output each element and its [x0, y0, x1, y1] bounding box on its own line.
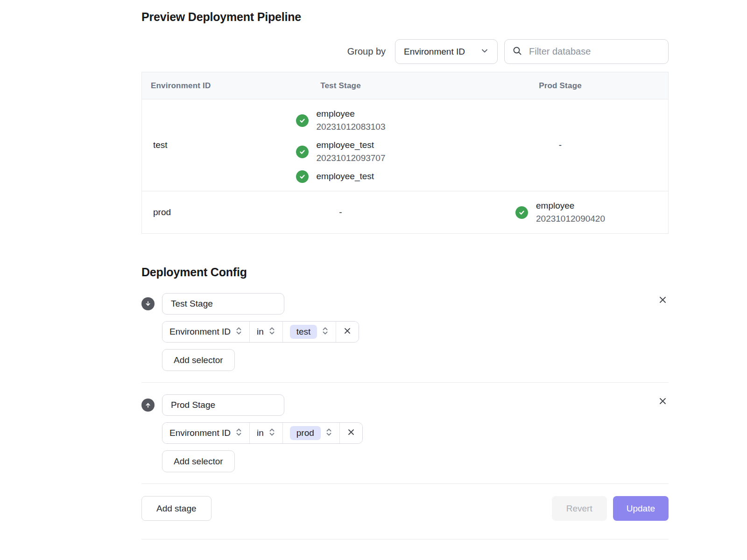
footer-actions: Add stage Revert Update [141, 496, 669, 521]
chevron-down-icon [480, 47, 489, 57]
selector-segmented-control: Environment ID in test [162, 321, 359, 343]
filter-database-input[interactable] [528, 46, 661, 57]
close-icon [343, 327, 352, 337]
pipeline-toolbar: Group by Environment ID [141, 39, 669, 64]
stage-body: Environment ID in prod [162, 394, 363, 472]
deployment-item-text: employee 20231012090420 [536, 199, 605, 225]
deployment-item: employee_test 20231012093707 [296, 139, 386, 165]
add-selector-button[interactable]: Add selector [162, 450, 235, 472]
close-icon [658, 295, 668, 306]
deployment-timestamp: 20231012090420 [536, 212, 605, 225]
stage-name-input[interactable] [162, 293, 284, 315]
prod-stage-cell-empty: - [452, 140, 668, 150]
deployment-item: employee 20231012083103 [296, 107, 386, 133]
table-row-prod: prod - employee 20231012090420 [142, 191, 668, 233]
filter-database-field [504, 39, 669, 64]
revert-button[interactable]: Revert [552, 496, 607, 521]
selector-value-dropdown[interactable]: test [282, 322, 336, 342]
stage-block-prod: Environment ID in prod [141, 394, 669, 472]
add-stage-button[interactable]: Add stage [141, 496, 211, 521]
unfold-chevrons-icon [268, 427, 275, 439]
environment-id-cell: prod [142, 207, 229, 217]
environment-id-cell: test [142, 140, 229, 150]
deployment-item-text: employee_test 20231012093707 [317, 139, 386, 165]
selector-segmented-control: Environment ID in prod [162, 422, 363, 444]
remove-selector-button[interactable] [339, 423, 362, 443]
main-content: Preview Deployment Pipeline Group by Env… [141, 0, 669, 539]
selector-key-dropdown[interactable]: Environment ID [162, 423, 249, 443]
update-button[interactable]: Update [613, 496, 669, 521]
selector-key-dropdown[interactable]: Environment ID [162, 322, 249, 342]
footer-divider [141, 483, 669, 484]
selector-value-dropdown[interactable]: prod [282, 423, 339, 443]
database-name: employee [317, 107, 386, 120]
stage-name-input[interactable] [162, 394, 284, 416]
deployment-config-title: Deployment Config [141, 266, 669, 279]
prod-stage-cell: employee 20231012090420 [452, 199, 668, 225]
selector-operator-value: in [257, 327, 264, 337]
remove-selector-button[interactable] [336, 322, 359, 342]
success-check-icon [515, 206, 528, 219]
database-name: employee_test [317, 139, 386, 152]
success-check-icon [296, 146, 309, 158]
unfold-chevrons-icon [325, 427, 332, 439]
selector-key-value: Environment ID [169, 327, 231, 337]
database-name: employee_test [317, 170, 374, 183]
selector-operator-value: in [257, 428, 264, 438]
deployment-timestamp: 20231012093707 [317, 152, 386, 165]
close-icon [658, 396, 668, 407]
selector-row: Environment ID in test [162, 321, 359, 343]
deployment-item: employee_test [296, 170, 386, 183]
deployment-items: employee 20231012083103 employee_test 20… [296, 107, 386, 183]
test-stage-cell: employee 20231012083103 employee_test 20… [229, 107, 452, 183]
deployment-items: employee 20231012090420 [515, 199, 605, 225]
column-header-test-stage: Test Stage [229, 81, 452, 91]
selector-operator-dropdown[interactable]: in [249, 322, 282, 342]
group-by-label: Group by [347, 46, 386, 57]
selector-operator-dropdown[interactable]: in [249, 423, 282, 443]
selector-value-pill: test [290, 325, 317, 339]
selector-value-pill: prod [290, 426, 321, 440]
database-name: employee [536, 199, 605, 212]
success-check-icon [296, 170, 309, 183]
group-by-selected-value: Environment ID [404, 47, 465, 57]
close-icon [347, 428, 355, 438]
deployment-item: employee 20231012090420 [515, 199, 605, 225]
stage-divider [141, 382, 669, 383]
stage-block-test: Environment ID in test [141, 293, 669, 371]
deployment-timestamp: 20231012083103 [317, 120, 386, 133]
unfold-chevrons-icon [235, 427, 242, 439]
group-by-select[interactable]: Environment ID [395, 39, 498, 64]
remove-stage-button[interactable] [656, 396, 669, 408]
add-selector-button[interactable]: Add selector [162, 349, 235, 371]
remove-stage-button[interactable] [656, 294, 669, 307]
footer-right-actions: Revert Update [552, 496, 669, 521]
unfold-chevrons-icon [322, 326, 329, 338]
success-check-icon [296, 114, 309, 127]
search-icon [512, 46, 522, 58]
test-stage-cell-empty: - [229, 207, 452, 217]
unfold-chevrons-icon [268, 326, 275, 338]
table-row-test: test employee 20231012083103 [142, 99, 668, 191]
selector-key-value: Environment ID [169, 428, 231, 438]
column-header-environment-id: Environment ID [142, 81, 229, 91]
page-title: Preview Deployment Pipeline [141, 10, 669, 24]
deployment-item-text: employee 20231012083103 [317, 107, 386, 133]
bottom-divider [141, 539, 669, 539]
column-header-prod-stage: Prod Stage [452, 81, 668, 91]
pipeline-table-header: Environment ID Test Stage Prod Stage [142, 72, 668, 99]
unfold-chevrons-icon [235, 326, 242, 338]
arrow-up-circle-icon [141, 399, 155, 412]
selector-row: Environment ID in prod [162, 422, 363, 444]
arrow-down-circle-icon [141, 297, 155, 310]
pipeline-table: Environment ID Test Stage Prod Stage tes… [141, 72, 669, 234]
deployment-item-text: employee_test [317, 170, 374, 183]
stage-body: Environment ID in test [162, 293, 359, 371]
